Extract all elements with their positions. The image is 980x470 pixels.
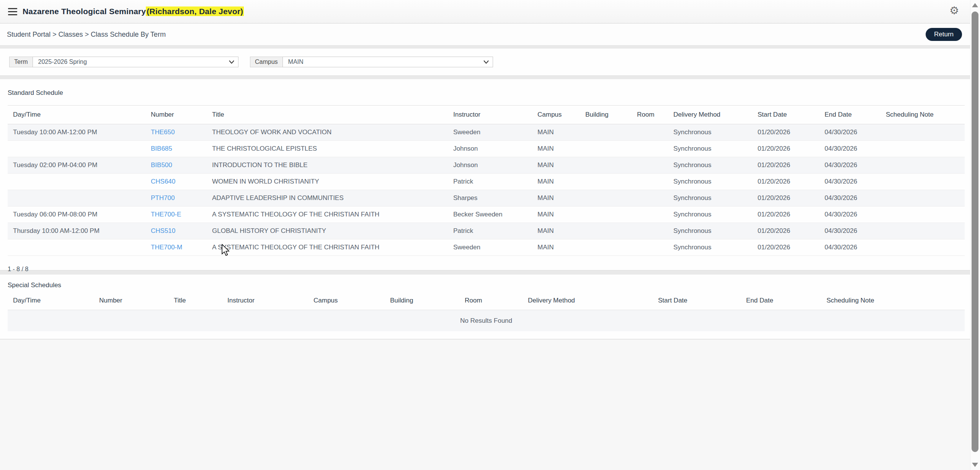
no-results-message: No Results Found [460,317,512,325]
cell-scheduling-note [880,223,965,239]
column-header-room: Room [459,289,523,310]
cell-room [632,124,668,141]
institution-name: Nazarene Theological Seminary [23,7,146,16]
cell-room [632,207,668,223]
course-number-link[interactable]: THE700-E [151,211,181,218]
cell-end-date: 04/30/2026 [819,141,880,157]
cell-building [580,190,632,207]
table-header-row: Day/TimeNumberTitleInstructorCampusBuild… [8,289,965,310]
course-number-link[interactable]: CHS510 [151,227,175,234]
cell-start-date: 01/20/2026 [752,124,819,141]
campus-label: Campus [250,57,283,67]
cell-number: BIB500 [145,157,207,174]
cell-day-time: Tuesday 06:00 PM-08:00 PM [8,207,145,223]
cell-building [580,207,632,223]
standard-schedule-section: Standard Schedule Day/TimeNumberTitleIns… [0,79,970,270]
table-row: Thursday 10:00 AM-12:00 PMCHS510GLOBAL H… [8,223,965,239]
cell-room [632,141,668,157]
page-title: Nazarene Theological Seminary(Richardson… [23,7,244,16]
cell-start-date: 01/20/2026 [752,207,819,223]
scrollbar-up-arrow-icon[interactable] [972,3,978,7]
cell-campus: MAIN [532,157,580,174]
table-row: CHS640WOMEN IN WORLD CHRISTIANITYPatrick… [8,174,965,190]
cell-day-time: Tuesday 10:00 AM-12:00 PM [8,124,145,141]
cell-end-date: 04/30/2026 [819,174,880,190]
cell-number: PTH700 [145,190,207,207]
cell-start-date: 01/20/2026 [752,190,819,207]
cell-campus: MAIN [532,239,580,256]
cell-campus: MAIN [532,124,580,141]
cell-title: WOMEN IN WORLD CHRISTIANITY [207,174,448,190]
term-filter: Term 2025-2026 Spring [9,57,238,67]
column-header-number: Number [94,289,168,310]
no-results-row: No Results Found [8,310,965,331]
cell-start-date: 01/20/2026 [752,239,819,256]
column-header-end-date: End Date [741,289,821,310]
table-row: Tuesday 02:00 PM-04:00 PMBIB500INTRODUCT… [8,157,965,174]
cell-room [632,239,668,256]
cell-end-date: 04/30/2026 [819,157,880,174]
cell-start-date: 01/20/2026 [752,223,819,239]
cell-delivery-method: Synchronous [668,223,752,239]
hamburger-menu-icon[interactable] [8,8,17,15]
cell-day-time [8,141,145,157]
chevron-down-icon [483,60,489,64]
special-schedules-table: Day/TimeNumberTitleInstructorCampusBuild… [8,289,965,310]
gear-icon[interactable]: ⚙ [949,5,959,16]
cell-number: BIB685 [145,141,207,157]
chevron-down-icon [229,60,234,64]
cell-instructor: Patrick [448,223,532,239]
cell-day-time [8,174,145,190]
cell-campus: MAIN [532,190,580,207]
scrollbar-thumb[interactable] [972,11,978,452]
cell-room [632,190,668,207]
return-button[interactable]: Return [926,28,962,41]
campus-filter: Campus MAIN [250,57,493,67]
cell-room [632,223,668,239]
cell-scheduling-note [880,239,965,256]
cell-end-date: 04/30/2026 [819,223,880,239]
cell-instructor: Sharpes [448,190,532,207]
table-row: Tuesday 06:00 PM-08:00 PMTHE700-EA SYSTE… [8,207,965,223]
cell-number: CHS510 [145,223,207,239]
course-number-link[interactable]: CHS640 [151,178,175,185]
cell-building [580,124,632,141]
column-header-day-time: Day/Time [8,106,145,124]
cell-day-time [8,190,145,207]
column-header-title: Title [168,289,222,310]
cell-start-date: 01/20/2026 [752,141,819,157]
campus-select[interactable]: MAIN [283,57,493,67]
cell-end-date: 04/30/2026 [819,239,880,256]
cell-instructor: Patrick [448,174,532,190]
standard-schedule-table: Day/TimeNumberTitleInstructorCampusBuild… [8,105,965,256]
course-number-link[interactable]: THE700-M [151,244,182,251]
cell-instructor: Johnson [448,141,532,157]
cell-start-date: 01/20/2026 [752,174,819,190]
scrollbar-down-arrow-icon[interactable] [972,463,978,467]
course-number-link[interactable]: BIB685 [151,145,172,152]
user-name-highlight: (Richardson, Dale Jevor) [146,7,244,16]
cell-title: A SYSTEMATIC THEOLOGY OF THE CHRISTIAN F… [207,239,448,256]
column-header-building: Building [385,289,459,310]
cell-scheduling-note [880,157,965,174]
breadcrumb[interactable]: Student Portal > Classes > Class Schedul… [7,31,166,39]
column-header-instructor: Instructor [222,289,308,310]
cell-instructor: Sweeden [448,239,532,256]
column-header-scheduling-note: Scheduling Note [880,106,965,124]
table-row: BIB685THE CHRISTOLOGICAL EPISTLESJohnson… [8,141,965,157]
special-schedules-heading: Special Schedules [0,275,970,289]
course-number-link[interactable]: THE650 [151,128,175,136]
table-row: THE700-MA SYSTEMATIC THEOLOGY OF THE CHR… [8,239,965,256]
course-number-link[interactable]: BIB500 [151,161,172,169]
term-label: Term [9,57,33,67]
cell-instructor: Becker Sweeden [448,207,532,223]
cell-building [580,141,632,157]
course-number-link[interactable]: PTH700 [151,194,175,202]
cell-campus: MAIN [532,207,580,223]
vertical-scrollbar[interactable] [970,0,980,470]
campus-selected-value: MAIN [288,59,304,65]
term-select[interactable]: 2025-2026 Spring [33,57,238,67]
cell-end-date: 04/30/2026 [819,207,880,223]
cell-day-time: Thursday 10:00 AM-12:00 PM [8,223,145,239]
cell-room [632,157,668,174]
